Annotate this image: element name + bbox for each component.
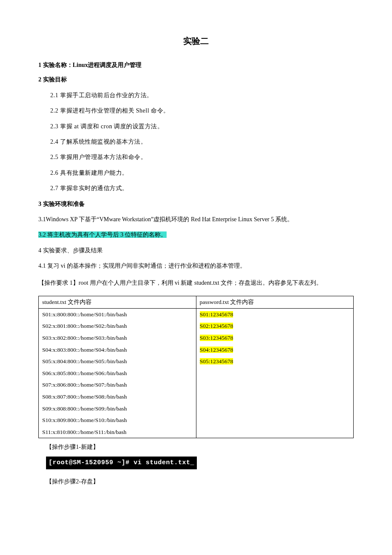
- student-line: S07:x:806:800::/home/S07:/bin/bash: [39, 379, 196, 391]
- goal-item: 2.1 掌握手工启动前后台作业的方法。: [50, 91, 354, 100]
- student-line: S04:x:803:800::/home/S04:/bin/bash: [39, 344, 196, 356]
- goal-item: 2.4 了解系统性能监视的基本方法。: [50, 137, 354, 147]
- student-line: S10:x:809:800::/home/S10:/bin/bash: [39, 414, 196, 426]
- operation-requirement-1: 【操作要求 1】root 用户在个人用户主目录下，利用 vi 新建 studen…: [38, 277, 354, 290]
- table-header-right: password.txt 文件内容: [196, 296, 354, 309]
- env-text-2: 3.2 将主机改为具有个人学号后 3 位特征的名称。: [38, 230, 354, 240]
- table-header-left: student.txt 文件内容: [39, 296, 196, 309]
- password-cell-empty: [196, 391, 354, 403]
- files-table: student.txt 文件内容 password.txt 文件内容 S01:x…: [38, 296, 354, 438]
- goal-item: 2.3 掌握 at 调度和 cron 调度的设置方法。: [50, 122, 354, 131]
- section-1-heading: 1 实验名称：Linux进程调度及用户管理: [38, 61, 354, 70]
- password-cell-empty: [196, 403, 354, 415]
- page-title: 实验二: [38, 34, 354, 48]
- password-line: S02:12345678: [196, 320, 354, 332]
- student-line: S11:x:810:800::/home/S11:/bin/bash: [39, 426, 196, 438]
- section-4-heading: 4 实验要求、步骤及结果: [38, 246, 354, 255]
- goal-item: 2.7 掌握非实时的通信方式。: [50, 184, 354, 193]
- student-line: S08:x:807:800::/home/S08:/bin/bash: [39, 391, 196, 403]
- student-line: S06:x:805:800::/home/S06:/bin/bash: [39, 367, 196, 379]
- highlight-hostname-note: 3.2 将主机改为具有个人学号后 3 位特征的名称。: [38, 231, 167, 238]
- step-1-label: 【操作步骤1-新建】: [46, 442, 354, 452]
- goal-item: 2.2 掌握进程与作业管理的相关 Shell 命令。: [50, 106, 354, 116]
- student-line: S03:x:802:800::/home/S03:/bin/bash: [39, 332, 196, 344]
- password-line: S04:12345678: [196, 344, 354, 356]
- step-2-label: 【操作步骤2-存盘】: [46, 477, 354, 486]
- student-line: S01:x:800:800::/home/S01:/bin/bash: [39, 308, 196, 320]
- password-line: S05:12345678: [196, 356, 354, 367]
- password-cell-empty: [196, 379, 354, 391]
- student-line: S09:x:808:800::/home/S09:/bin/bash: [39, 403, 196, 415]
- password-cell-empty: [196, 414, 354, 426]
- password-cell-empty: [196, 426, 354, 438]
- env-text-1: 3.1Windows XP 下基于“VMware Workstation”虚拟机…: [38, 215, 354, 224]
- requirement-4-1: 4.1 复习 vi 的基本操作；实现用户间非实时通信；进行作业和进程的基本管理。: [38, 261, 354, 271]
- terminal-output-1: [root@SM-1520959 ~]# vi student.txt_: [46, 457, 197, 469]
- section-2-heading: 2 实验目标: [38, 75, 354, 84]
- goal-item: 2.5 掌握用户管理基本方法和命令。: [50, 153, 354, 162]
- section-3-heading: 3 实验环境和准备: [38, 199, 354, 209]
- student-line: S05:x:804:800::/home/S05:/bin/bash: [39, 356, 196, 367]
- password-line: S03:12345678: [196, 332, 354, 344]
- password-cell-empty: [196, 367, 354, 379]
- password-line: S01:12345678: [196, 308, 354, 320]
- goal-item: 2.6 具有批量新建用户能力。: [50, 168, 354, 178]
- student-line: S02:x:801:800::/home/S02:/bin/bash: [39, 320, 196, 332]
